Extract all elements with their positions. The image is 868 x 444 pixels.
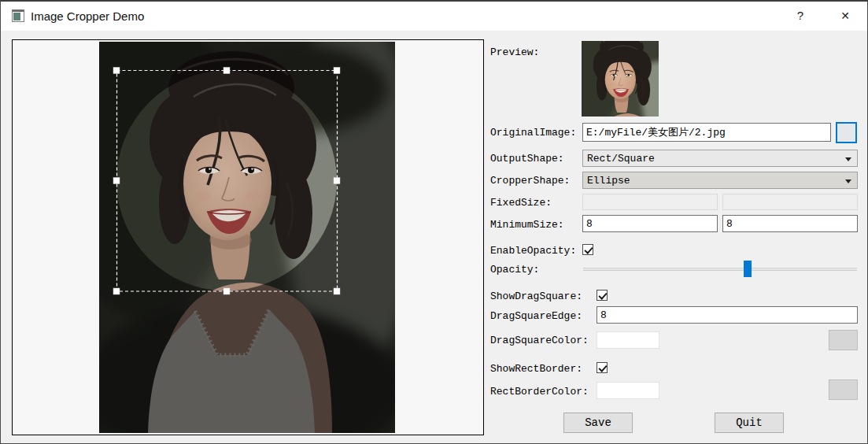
chevron-down-icon [845,179,851,183]
drag-square-edge-label: DragSquareEdge: [490,310,582,322]
output-shape-combobox[interactable]: Rect/Square [582,150,858,167]
cropper-shape-value: Ellipse [587,175,630,187]
original-image-input[interactable] [582,123,831,142]
opacity-slider-handle[interactable] [744,261,752,277]
drag-square-color-picker-button[interactable] [829,330,858,350]
drag-square-edge-input[interactable] [597,306,858,324]
drag-handle-top-right[interactable] [334,68,340,74]
show-drag-square-checkbox[interactable] [597,290,608,301]
drag-handle-mid-right[interactable] [334,178,340,184]
minimum-size-height-input[interactable] [722,215,858,232]
output-shape-label: OutputShape: [490,153,564,165]
drag-handle-top-left[interactable] [113,68,120,74]
window-title: Image Cropper Demo [31,2,144,31]
enable-opacity-label: EnableOpacity: [490,245,576,257]
fixed-size-width-input[interactable] [582,194,718,210]
enable-opacity-checkbox[interactable] [582,244,593,255]
cropper-shape-combobox[interactable]: Ellipse [582,172,858,189]
drag-handle-bottom-right[interactable] [334,288,340,294]
chevron-down-icon [845,157,851,161]
cropper-shape-label: CropperShape: [490,175,570,187]
drag-square-color-swatch [597,331,659,349]
show-drag-square-label: ShowDragSquare: [490,290,582,302]
browse-button[interactable] [836,122,857,143]
drag-square-color-label: DragSquareColor: [490,335,589,346]
preview-label: Preview: [490,46,539,58]
opacity-slider-track[interactable] [583,268,857,271]
opacity-slider[interactable] [583,261,857,277]
cropper-canvas [12,39,484,435]
minimum-size-width-input[interactable] [582,215,718,232]
original-image-label: OriginalImage: [490,127,576,139]
opacity-label: Opacity: [490,264,539,276]
help-button[interactable]: ? [782,2,818,31]
drag-handle-mid-left[interactable] [113,178,120,184]
rect-border-color-label: RectBorderColor: [490,386,589,398]
drag-handle-bottom-mid[interactable] [223,288,230,294]
drag-handle-bottom-left[interactable] [113,288,120,294]
output-shape-value: Rect/Square [587,153,655,165]
preview-image [582,41,659,117]
app-window: Image Cropper Demo ? ✕ [0,0,868,444]
fixed-size-label: FixedSize: [490,197,552,209]
minimum-size-label: MinimumSize: [490,219,564,231]
rect-border-color-picker-button[interactable] [829,379,858,400]
show-rect-border-label: ShowRectBorder: [490,363,582,375]
fixed-size-height-input[interactable] [722,194,858,210]
rect-border-color-swatch [597,382,659,399]
close-button[interactable]: ✕ [827,2,863,31]
titlebar: Image Cropper Demo ? ✕ [1,2,867,31]
show-rect-border-checkbox[interactable] [597,362,608,373]
source-photo[interactable] [99,42,395,433]
save-button[interactable]: Save [563,413,633,433]
quit-button[interactable]: Quit [715,413,784,433]
drag-handle-top-mid[interactable] [223,68,230,74]
app-icon [12,9,24,22]
